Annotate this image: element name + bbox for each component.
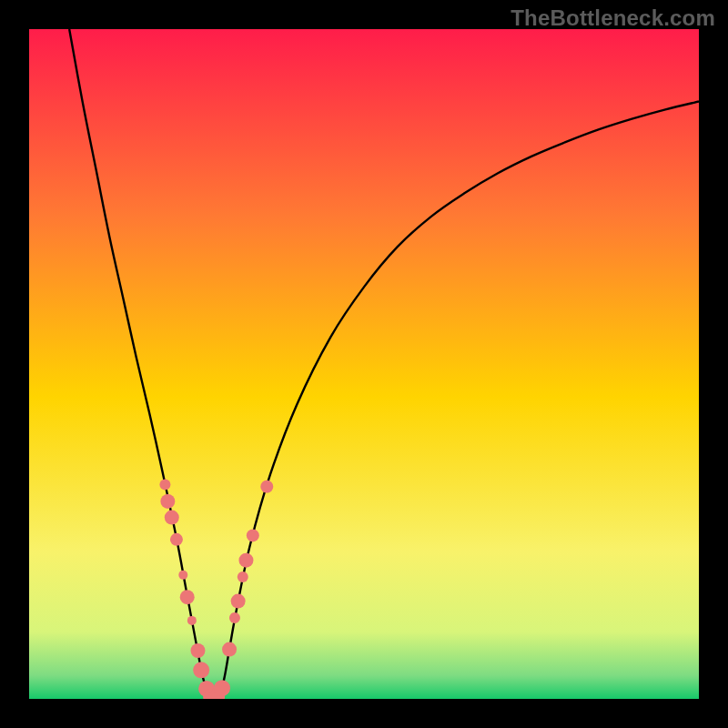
sample-point	[238, 553, 253, 568]
sample-point	[229, 612, 240, 623]
sample-point	[170, 533, 183, 546]
sample-point	[159, 479, 170, 490]
watermark-text: TheBottleneck.com	[511, 5, 715, 31]
sample-point	[214, 680, 230, 696]
sample-point	[193, 662, 209, 678]
chart-frame: TheBottleneck.com	[0, 0, 728, 728]
sample-point	[178, 571, 187, 580]
sample-point	[260, 480, 273, 493]
sample-point	[222, 642, 237, 657]
sample-point	[160, 494, 175, 509]
bottleneck-chart	[29, 29, 699, 699]
sample-point	[190, 643, 205, 658]
sample-point	[187, 616, 197, 625]
plot-area	[29, 29, 699, 699]
sample-point	[247, 529, 259, 541]
sample-point	[180, 590, 195, 604]
sample-point	[165, 511, 179, 525]
sample-point	[238, 571, 248, 582]
sample-point	[231, 594, 246, 609]
